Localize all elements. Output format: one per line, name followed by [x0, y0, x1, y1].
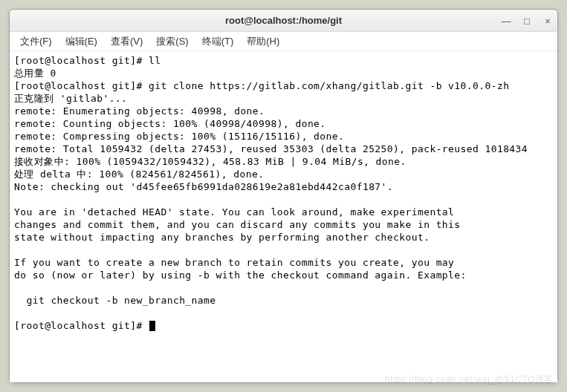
maximize-icon[interactable]: □: [522, 16, 532, 26]
terminal-cursor: [149, 321, 155, 331]
terminal-line: Note: checking out 'd45fee65fb6991da0286…: [14, 180, 553, 193]
terminal-line: [root@localhost git]# git clone https://…: [14, 79, 553, 92]
terminal-line: changes and commit them, and you can dis…: [14, 218, 553, 231]
terminal-output[interactable]: [root@localhost git]# ll总用量 0[root@local…: [10, 51, 557, 382]
menu-edit[interactable]: 编辑(E): [59, 33, 103, 50]
terminal-line: remote: Compressing objects: 100% (15116…: [14, 130, 553, 143]
menu-view[interactable]: 查看(V): [105, 33, 149, 50]
terminal-window: root@localhost:/home/git — □ × 文件(F) 编辑(…: [9, 9, 558, 383]
terminal-line: remote: Counting objects: 100% (40998/40…: [14, 117, 553, 130]
titlebar: root@localhost:/home/git — □ ×: [10, 10, 557, 32]
terminal-line: [14, 281, 553, 294]
menu-file[interactable]: 文件(F): [14, 33, 58, 50]
menu-search[interactable]: 搜索(S): [150, 33, 194, 50]
terminal-line: remote: Enumerating objects: 40998, done…: [14, 105, 553, 117]
terminal-line: 总用量 0: [14, 67, 553, 79]
terminal-line: If you want to create a new branch to re…: [14, 256, 553, 269]
terminal-line: [root@localhost git]# ll: [14, 54, 553, 67]
menu-terminal[interactable]: 终端(T): [196, 33, 240, 50]
terminal-line: You are in 'detached HEAD' state. You ca…: [14, 206, 553, 218]
terminal-prompt: [root@localhost git]#: [14, 320, 149, 331]
terminal-line: 处理 delta 中: 100% (824561/824561), done.: [14, 168, 553, 180]
terminal-line: [14, 193, 553, 206]
terminal-line: do so (now or later) by using -b with th…: [14, 269, 553, 281]
menubar: 文件(F) 编辑(E) 查看(V) 搜索(S) 终端(T) 帮助(H): [10, 32, 557, 51]
terminal-line: 正克隆到 'gitlab'...: [14, 92, 553, 105]
terminal-prompt-line: [root@localhost git]#: [14, 319, 553, 332]
window-controls: — □ ×: [501, 10, 553, 32]
terminal-line: state without impacting any branches by …: [14, 231, 553, 244]
terminal-line: git checkout -b new_branch_name: [14, 294, 553, 307]
close-icon[interactable]: ×: [542, 16, 553, 26]
terminal-line: 接收对象中: 100% (1059432/1059432), 458.83 Mi…: [14, 155, 553, 168]
window-title: root@localhost:/home/git: [225, 15, 342, 26]
minimize-icon[interactable]: —: [501, 16, 511, 26]
terminal-line: [14, 244, 553, 256]
terminal-line: [14, 307, 553, 319]
terminal-line: remote: Total 1059432 (delta 27453), reu…: [14, 143, 553, 155]
menu-help[interactable]: 帮助(H): [241, 33, 285, 50]
